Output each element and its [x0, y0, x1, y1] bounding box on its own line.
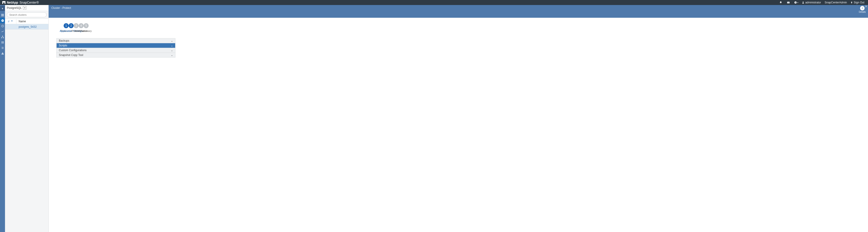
step-bubble: 2	[69, 23, 73, 28]
svg-rect-11	[1, 16, 2, 16]
svg-rect-5	[1, 14, 2, 14]
step-bubble: 4	[79, 23, 84, 28]
chevron-down-icon: ⌄	[171, 44, 173, 47]
resource-name: postgres_5432	[17, 25, 49, 28]
help-icon[interactable]: ?▾	[794, 0, 798, 4]
svg-rect-12	[2, 16, 3, 16]
brand-product: SnapCenter®	[20, 1, 39, 4]
svg-rect-9	[2, 15, 3, 16]
step-bubble: 5	[84, 23, 89, 28]
settings-accordion: Backups ⌄ Scripts ⌄ Custom Configuration…	[56, 38, 176, 58]
svg-rect-17	[1, 37, 2, 38]
main-content: 1 Resource 2 Application Settings 3 Poli…	[49, 18, 868, 232]
bell-icon[interactable]	[779, 0, 783, 4]
brand: NetApp SnapCenter®	[2, 1, 39, 4]
nav-item-alerts[interactable]	[0, 51, 5, 56]
accordion-header-scripts[interactable]: Scripts ⌄	[57, 43, 175, 48]
nav-collapse-toggle[interactable]	[0, 6, 5, 11]
search-input[interactable]	[7, 12, 46, 17]
search-row	[5, 11, 49, 19]
step-bubble: 1	[64, 23, 69, 28]
svg-rect-10	[3, 15, 4, 16]
nav-item-resources[interactable]	[0, 18, 5, 23]
nav-item-storage[interactable]	[0, 39, 5, 45]
accordion-header-custom-config[interactable]: Custom Configurations ⌄	[57, 48, 175, 53]
chevron-down-icon: ⌄	[171, 39, 173, 42]
details-label: Details	[859, 11, 866, 13]
svg-rect-6	[2, 14, 3, 14]
svg-rect-22	[3, 42, 4, 43]
accordion-header-snapshot-tool[interactable]: Snapshot Copy Tool ⌄	[57, 53, 175, 57]
resource-list-header: Name	[5, 19, 49, 24]
accordion-item-scripts: Scripts ⌄	[57, 43, 175, 48]
nav-item-dashboard[interactable]	[0, 12, 5, 18]
breadcrumb: Cluster - Protect	[51, 6, 71, 9]
details-button[interactable]: i Details	[859, 6, 866, 13]
brand-company: NetApp	[7, 1, 18, 4]
mail-icon[interactable]	[786, 0, 790, 4]
svg-rect-8	[1, 15, 2, 16]
step-label: Summary	[81, 30, 92, 32]
svg-point-24	[3, 48, 3, 48]
chevron-down-icon: ⌄	[171, 49, 173, 52]
flag-icon	[11, 20, 13, 23]
svg-rect-18	[3, 37, 4, 38]
topbar-right: ?▾ administrator SnapCenterAdmin Sign Ou…	[779, 0, 866, 4]
svg-point-23	[2, 47, 2, 47]
resource-side-panel: PostgreSQL Name postgres_5432	[5, 5, 49, 232]
svg-rect-0	[2, 1, 3, 4]
resource-list: postgres_5432	[5, 24, 49, 232]
accordion-title: Backups	[59, 39, 69, 42]
svg-rect-16	[2, 36, 3, 36]
accordion-title: Scripts	[59, 44, 67, 47]
user-menu[interactable]: administrator	[802, 1, 821, 4]
accordion-header-backups[interactable]: Backups ⌄	[57, 38, 175, 43]
info-icon: i	[860, 6, 865, 10]
view-dropdown-toggle[interactable]	[23, 6, 26, 9]
netapp-logo-icon	[2, 1, 5, 4]
accordion-item-backups: Backups ⌄	[57, 38, 175, 43]
app-topbar: NetApp SnapCenter® ?▾ administrator Snap…	[0, 0, 868, 5]
column-name[interactable]: Name	[17, 20, 49, 23]
accordion-title: Snapshot Copy Tool	[59, 54, 83, 57]
svg-rect-7	[3, 14, 4, 14]
view-selector-row: PostgreSQL	[5, 5, 49, 11]
user-icon	[802, 1, 804, 4]
step-bubble: 3	[73, 23, 79, 28]
signout-icon	[850, 1, 853, 4]
nav-item-monitor[interactable]	[0, 23, 5, 29]
svg-rect-20	[3, 41, 4, 42]
sort-column[interactable]	[5, 19, 17, 24]
chevron-down-icon: ⌄	[171, 54, 173, 57]
signout-link[interactable]: Sign Out	[850, 1, 864, 4]
page-subheader: Cluster - Protect ✕ i Details	[0, 5, 868, 18]
svg-rect-2	[3, 1, 4, 2]
svg-rect-19	[1, 41, 2, 42]
sort-icon	[8, 20, 10, 23]
nav-item-settings[interactable]	[0, 45, 5, 51]
wizard-stepper: 1 Resource 2 Application Settings 3 Poli…	[57, 23, 860, 32]
accordion-title: Custom Configurations	[59, 49, 87, 52]
accordion-item-snapshot-tool: Snapshot Copy Tool ⌄	[57, 53, 175, 57]
nav-rail	[0, 5, 5, 232]
view-label: PostgreSQL	[7, 6, 22, 9]
nav-item-hosts[interactable]	[0, 34, 5, 39]
svg-rect-13	[3, 16, 4, 16]
svg-rect-21	[1, 42, 2, 43]
nav-item-reports[interactable]	[0, 29, 5, 34]
signout-label: Sign Out	[854, 1, 864, 4]
user-role-label: administrator	[805, 1, 821, 4]
svg-point-25	[2, 48, 2, 49]
svg-text:?: ?	[795, 2, 796, 3]
resource-row[interactable]: postgres_5432	[5, 24, 49, 30]
svg-rect-1	[4, 1, 5, 4]
admin-link[interactable]: SnapCenterAdmin	[825, 1, 847, 4]
accordion-item-custom-config: Custom Configurations ⌄	[57, 48, 175, 53]
